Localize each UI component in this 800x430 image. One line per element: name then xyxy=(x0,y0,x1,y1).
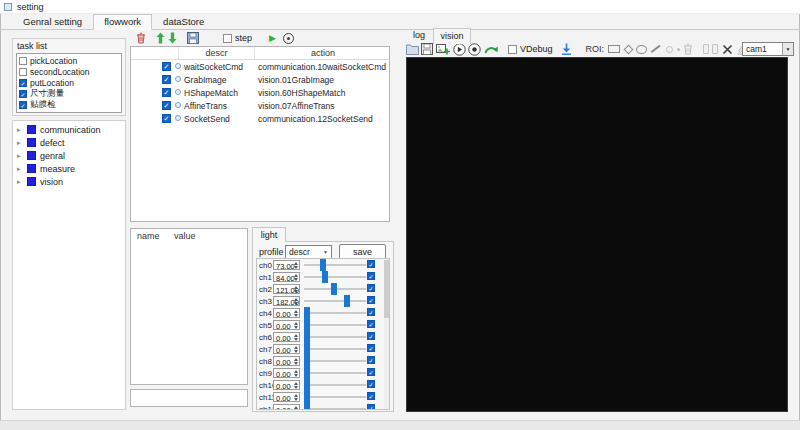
spinner-icon[interactable] xyxy=(292,405,299,410)
vdebug-checkbox[interactable] xyxy=(508,45,517,54)
tools-icon[interactable] xyxy=(722,44,733,55)
channel-slider[interactable] xyxy=(304,355,366,367)
main-tab[interactable]: dataStore xyxy=(152,14,215,29)
roi-circle-icon[interactable] xyxy=(666,46,673,53)
task-checkbox[interactable] xyxy=(19,79,27,87)
channel-slider[interactable] xyxy=(304,295,366,307)
channel-slider[interactable] xyxy=(304,391,366,403)
channel-enable-checkbox[interactable] xyxy=(367,296,375,304)
roi-rect-icon[interactable] xyxy=(608,45,620,53)
channel-value-input[interactable]: 0.00 xyxy=(273,404,300,410)
channel-slider[interactable] xyxy=(304,331,366,343)
spinner-icon[interactable] xyxy=(292,333,299,341)
channel-value-input[interactable]: 182.00 xyxy=(273,296,300,306)
spinner-icon[interactable] xyxy=(292,369,299,377)
camera-image-view[interactable] xyxy=(406,57,788,412)
task-checkbox[interactable] xyxy=(19,90,27,98)
channel-slider[interactable] xyxy=(304,307,366,319)
channels-scrollbar[interactable] xyxy=(384,259,389,409)
spinner-icon[interactable] xyxy=(292,297,299,305)
spinner-icon[interactable] xyxy=(292,309,299,317)
spinner-icon[interactable] xyxy=(292,393,299,401)
channel-enable-checkbox[interactable] xyxy=(367,332,375,340)
channel-value-input[interactable]: 84.00 xyxy=(273,272,300,282)
channel-enable-checkbox[interactable] xyxy=(367,320,375,328)
paste-roi-icon[interactable] xyxy=(712,44,718,54)
flow-row-checkbox[interactable] xyxy=(162,114,171,123)
flow-row[interactable]: HShapeMatch vision.60HShapeMatch xyxy=(131,86,389,99)
channel-value-input[interactable]: 0.00 xyxy=(273,368,300,378)
run-flow-icon[interactable]: ▶ xyxy=(269,33,276,43)
channel-value-input[interactable]: 0.00 xyxy=(273,320,300,330)
step-checkbox[interactable] xyxy=(223,34,232,43)
channel-enable-checkbox[interactable] xyxy=(367,260,375,268)
module-tree[interactable]: ▸ communication ▸ defect ▸ genral ▸ meas… xyxy=(12,120,126,410)
task-item[interactable]: 贴膜检 xyxy=(19,99,121,110)
delete-step-icon[interactable] xyxy=(136,32,146,44)
camera-select[interactable]: cam1 ▼ xyxy=(742,42,794,56)
slider-handle[interactable] xyxy=(304,367,310,379)
channel-value-input[interactable]: 0.00 xyxy=(273,356,300,366)
task-listbox[interactable]: pickLocation secondLocation putLocation … xyxy=(16,53,122,113)
expander-icon[interactable]: ▸ xyxy=(17,126,23,134)
flow-row[interactable]: AffineTrans vision.07AffineTrans xyxy=(131,99,389,112)
slider-handle[interactable] xyxy=(304,355,310,367)
channel-value-input[interactable]: 73.00 xyxy=(273,260,300,270)
spinner-icon[interactable] xyxy=(292,381,299,389)
channel-enable-checkbox[interactable] xyxy=(367,392,375,400)
channel-enable-checkbox[interactable] xyxy=(367,356,375,364)
task-item[interactable]: putLocation xyxy=(19,77,121,88)
task-checkbox[interactable] xyxy=(19,57,27,65)
slider-handle[interactable] xyxy=(304,331,310,343)
slider-handle[interactable] xyxy=(304,379,310,391)
roi-line-icon[interactable] xyxy=(651,45,661,53)
channel-slider[interactable] xyxy=(304,271,366,283)
tree-item[interactable]: ▸ genral xyxy=(13,149,125,162)
channel-value-input[interactable]: 0.00 xyxy=(273,380,300,390)
copy-roi-icon[interactable] xyxy=(703,44,709,54)
channel-slider[interactable] xyxy=(304,367,366,379)
slider-handle[interactable] xyxy=(304,403,310,410)
tree-item[interactable]: ▸ measure xyxy=(13,162,125,175)
task-checkbox[interactable] xyxy=(19,101,27,109)
channel-value-input[interactable]: 0.00 xyxy=(273,344,300,354)
spinner-icon[interactable] xyxy=(292,285,299,293)
channel-enable-checkbox[interactable] xyxy=(367,308,375,316)
flow-row[interactable]: waitSocketCmd communication.10waitSocket… xyxy=(131,60,389,73)
channel-enable-checkbox[interactable] xyxy=(367,272,375,280)
task-item[interactable]: 尺寸测量 xyxy=(19,88,121,99)
move-up-icon[interactable] xyxy=(156,32,165,44)
download-image-icon[interactable] xyxy=(561,43,572,55)
flow-row[interactable]: SocketSend communication.12SocketSend xyxy=(131,112,389,125)
run-camera-icon[interactable] xyxy=(453,43,466,56)
slider-handle[interactable] xyxy=(304,319,310,331)
scrollbar-thumb[interactable] xyxy=(384,260,389,318)
expander-icon[interactable]: ▸ xyxy=(17,152,23,160)
slider-handle[interactable] xyxy=(344,295,350,307)
roi-diamond-icon[interactable] xyxy=(624,44,634,54)
move-down-icon[interactable] xyxy=(168,32,177,44)
tree-item[interactable]: ▸ communication xyxy=(13,123,125,136)
light-channels-list[interactable]: ch0 73.00 ch1 84.00 xyxy=(256,258,390,410)
channel-enable-checkbox[interactable] xyxy=(367,284,375,292)
param-table[interactable]: name value xyxy=(130,228,248,385)
slider-handle[interactable] xyxy=(331,283,337,295)
spinner-icon[interactable] xyxy=(292,357,299,365)
tree-item[interactable]: ▸ defect xyxy=(13,136,125,149)
delete-roi-icon[interactable] xyxy=(683,43,693,55)
channel-slider[interactable] xyxy=(304,379,366,391)
channel-slider[interactable] xyxy=(304,319,366,331)
reset-view-icon[interactable] xyxy=(484,44,499,55)
tab-log[interactable]: log xyxy=(406,28,432,43)
spinner-icon[interactable] xyxy=(292,273,299,281)
slider-handle[interactable] xyxy=(320,259,326,271)
channel-slider[interactable] xyxy=(304,259,366,271)
expander-icon[interactable]: ▸ xyxy=(17,178,23,186)
grab-image-icon[interactable] xyxy=(436,43,450,55)
main-tab[interactable]: flowwork xyxy=(93,14,152,30)
expander-icon[interactable]: ▸ xyxy=(17,165,23,173)
channel-enable-checkbox[interactable] xyxy=(367,380,375,388)
expander-icon[interactable]: ▸ xyxy=(17,139,23,147)
tab-vision[interactable]: vision xyxy=(433,28,471,44)
flow-row-checkbox[interactable] xyxy=(162,101,171,110)
